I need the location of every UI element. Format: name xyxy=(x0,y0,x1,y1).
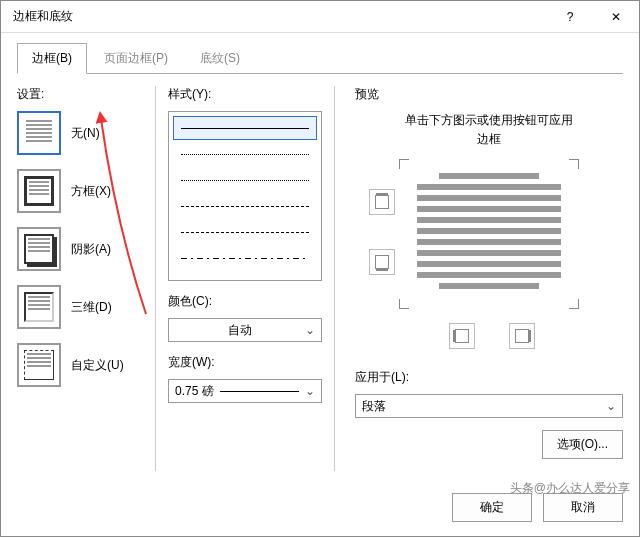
width-sample-line xyxy=(220,391,299,392)
border-left-button[interactable] xyxy=(449,323,475,349)
setting-box[interactable]: 方框(X) xyxy=(17,169,147,213)
style-item-solid[interactable] xyxy=(173,116,317,140)
setting-none[interactable]: 无(N) xyxy=(17,111,147,155)
preview-label: 预览 xyxy=(355,86,623,103)
setting-custom[interactable]: 自定义(U) xyxy=(17,343,147,387)
width-value: 0.75 磅 xyxy=(175,383,214,400)
chevron-down-icon: ⌄ xyxy=(305,323,315,337)
setting-none-thumb xyxy=(17,111,61,155)
setting-shadow[interactable]: 阴影(A) xyxy=(17,227,147,271)
setting-custom-label: 自定义(U) xyxy=(71,357,124,374)
border-top-button[interactable] xyxy=(369,189,395,215)
style-item-dotted[interactable] xyxy=(173,142,317,166)
setting-threed-label: 三维(D) xyxy=(71,299,112,316)
apply-to-dropdown[interactable]: 段落 ⌄ xyxy=(355,394,623,418)
dialog-title: 边框和底纹 xyxy=(13,8,547,25)
close-button[interactable]: ✕ xyxy=(593,1,639,33)
color-label: 颜色(C): xyxy=(168,293,322,310)
color-value: 自动 xyxy=(175,322,305,339)
apply-to-value: 段落 xyxy=(362,398,606,415)
color-dropdown[interactable]: 自动 ⌄ xyxy=(168,318,322,342)
tab-strip: 边框(B) 页面边框(P) 底纹(S) xyxy=(1,33,639,74)
question-icon: ? xyxy=(567,10,574,24)
border-bottom-button[interactable] xyxy=(369,249,395,275)
dialog-body: 设置: 无(N) 方框(X) 阴影(A) xyxy=(1,74,639,483)
border-bottom-icon xyxy=(375,255,389,269)
corner-marker-icon xyxy=(399,159,409,169)
corner-marker-icon xyxy=(569,299,579,309)
style-item-dashed[interactable] xyxy=(173,194,317,218)
setting-shadow-thumb xyxy=(17,227,61,271)
width-label: 宽度(W): xyxy=(168,354,322,371)
setting-none-label: 无(N) xyxy=(71,125,100,142)
cancel-button[interactable]: 取消 xyxy=(543,493,623,522)
style-column: 样式(Y): 颜色(C): 自动 ⌄ 宽度(W): 0.75 磅 ⌄ xyxy=(155,86,335,471)
setting-box-label: 方框(X) xyxy=(71,183,111,200)
tab-shading[interactable]: 底纹(S) xyxy=(185,43,255,74)
preview-hint: 单击下方图示或使用按钮可应用 边框 xyxy=(355,111,623,149)
close-icon: ✕ xyxy=(611,10,621,24)
style-item-dashdot[interactable] xyxy=(173,246,317,270)
ok-button[interactable]: 确定 xyxy=(452,493,532,522)
apply-to-row: 应用于(L): 段落 ⌄ xyxy=(355,369,623,418)
style-label: 样式(Y): xyxy=(168,86,322,103)
apply-to-label: 应用于(L): xyxy=(355,369,623,386)
chevron-down-icon: ⌄ xyxy=(305,384,315,398)
setting-box-thumb xyxy=(17,169,61,213)
tab-page-borders[interactable]: 页面边框(P) xyxy=(89,43,183,74)
corner-marker-icon xyxy=(399,299,409,309)
chevron-down-icon: ⌄ xyxy=(606,399,616,413)
width-dropdown[interactable]: 0.75 磅 ⌄ xyxy=(168,379,322,403)
dialog-footer: 确定 取消 xyxy=(1,483,639,536)
settings-label: 设置: xyxy=(17,86,147,103)
borders-shading-dialog: 边框和底纹 ? ✕ 边框(B) 页面边框(P) 底纹(S) 设置: 无(N) 方… xyxy=(0,0,640,537)
options-button[interactable]: 选项(O)... xyxy=(542,430,623,459)
preview-column: 预览 单击下方图示或使用按钮可应用 边框 应用于(L): xyxy=(343,86,623,471)
tab-borders[interactable]: 边框(B) xyxy=(17,43,87,74)
setting-threed[interactable]: 三维(D) xyxy=(17,285,147,329)
preview-diagram xyxy=(379,159,599,339)
preview-paragraph xyxy=(417,173,561,289)
style-item-dashed-long[interactable] xyxy=(173,220,317,244)
style-listbox[interactable] xyxy=(168,111,322,281)
setting-shadow-label: 阴影(A) xyxy=(71,241,111,258)
border-right-icon xyxy=(515,329,529,343)
help-button[interactable]: ? xyxy=(547,1,593,33)
border-left-icon xyxy=(455,329,469,343)
border-top-icon xyxy=(375,195,389,209)
border-right-button[interactable] xyxy=(509,323,535,349)
setting-threed-thumb xyxy=(17,285,61,329)
setting-custom-thumb xyxy=(17,343,61,387)
titlebar: 边框和底纹 ? ✕ xyxy=(1,1,639,33)
style-item-dashed-fine[interactable] xyxy=(173,168,317,192)
corner-marker-icon xyxy=(569,159,579,169)
settings-column: 设置: 无(N) 方框(X) 阴影(A) xyxy=(17,86,147,471)
